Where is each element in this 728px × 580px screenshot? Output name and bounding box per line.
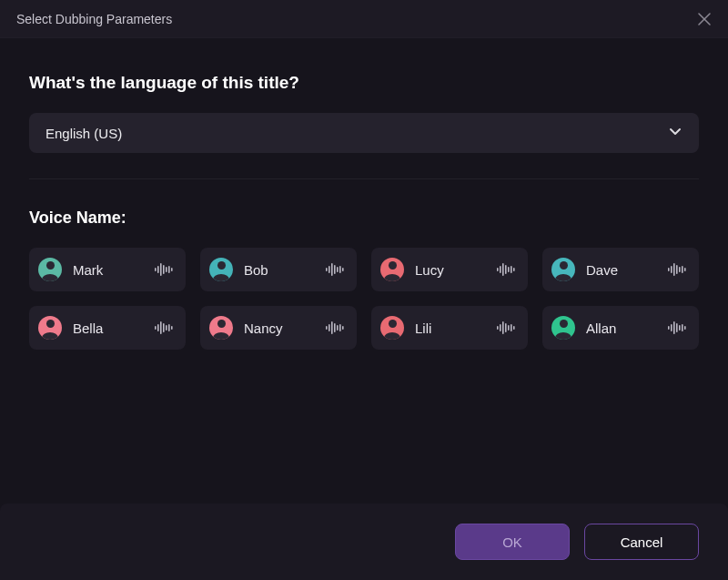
voice-section-label: Voice Name: bbox=[29, 209, 699, 228]
svg-rect-14 bbox=[339, 266, 341, 273]
dialog-title: Select Dubbing Parameters bbox=[16, 12, 172, 26]
svg-rect-21 bbox=[511, 266, 512, 273]
svg-rect-23 bbox=[668, 268, 670, 271]
divider bbox=[29, 178, 699, 179]
svg-rect-7 bbox=[168, 266, 170, 273]
svg-rect-48 bbox=[508, 325, 510, 331]
cancel-button-label: Cancel bbox=[621, 534, 663, 550]
svg-rect-56 bbox=[682, 324, 683, 331]
svg-rect-35 bbox=[168, 324, 170, 331]
svg-rect-36 bbox=[171, 326, 173, 330]
svg-rect-2 bbox=[155, 268, 157, 271]
svg-rect-54 bbox=[676, 323, 678, 332]
svg-rect-4 bbox=[160, 263, 162, 276]
svg-rect-38 bbox=[329, 324, 330, 331]
waveform-icon[interactable] bbox=[155, 263, 173, 276]
waveform-icon[interactable] bbox=[497, 263, 515, 276]
voice-card[interactable]: Allan bbox=[542, 306, 699, 350]
svg-rect-8 bbox=[171, 268, 173, 271]
svg-rect-49 bbox=[511, 324, 512, 331]
svg-rect-39 bbox=[331, 321, 333, 334]
svg-rect-3 bbox=[157, 266, 159, 273]
voice-card[interactable]: Bella bbox=[29, 306, 186, 350]
svg-rect-30 bbox=[155, 326, 157, 330]
avatar bbox=[380, 316, 404, 340]
language-select-value: English (US) bbox=[46, 126, 122, 141]
voice-name-label: Nancy bbox=[244, 321, 326, 336]
svg-rect-53 bbox=[673, 321, 675, 334]
svg-rect-44 bbox=[497, 326, 499, 330]
svg-rect-31 bbox=[157, 324, 159, 331]
avatar bbox=[209, 316, 233, 340]
voice-card[interactable]: Bob bbox=[200, 248, 357, 291]
voice-name-label: Mark bbox=[73, 262, 155, 278]
voice-card[interactable]: Lili bbox=[371, 306, 528, 350]
svg-rect-51 bbox=[668, 326, 670, 330]
svg-rect-10 bbox=[329, 266, 330, 273]
svg-rect-42 bbox=[339, 324, 341, 331]
svg-rect-28 bbox=[682, 266, 683, 273]
svg-rect-41 bbox=[337, 325, 339, 331]
svg-rect-50 bbox=[513, 326, 515, 330]
waveform-icon[interactable] bbox=[326, 263, 344, 276]
chevron-down-icon bbox=[668, 124, 682, 142]
svg-rect-34 bbox=[166, 325, 167, 331]
svg-rect-43 bbox=[342, 326, 344, 330]
svg-rect-15 bbox=[342, 268, 344, 271]
voice-name-label: Lucy bbox=[415, 262, 497, 278]
voice-name-label: Allan bbox=[586, 321, 668, 336]
avatar bbox=[38, 316, 62, 340]
voice-card[interactable]: Nancy bbox=[200, 306, 357, 350]
svg-rect-9 bbox=[326, 268, 328, 271]
titlebar: Select Dubbing Parameters bbox=[0, 0, 728, 38]
svg-rect-29 bbox=[684, 268, 686, 271]
svg-rect-6 bbox=[166, 267, 167, 272]
avatar bbox=[380, 258, 404, 281]
cancel-button[interactable]: Cancel bbox=[584, 524, 699, 560]
waveform-icon[interactable] bbox=[668, 321, 686, 334]
voice-name-label: Dave bbox=[586, 262, 668, 278]
svg-rect-16 bbox=[497, 268, 499, 271]
close-icon[interactable] bbox=[697, 12, 712, 26]
svg-rect-24 bbox=[671, 266, 672, 273]
svg-rect-25 bbox=[673, 263, 675, 276]
svg-rect-33 bbox=[163, 323, 165, 332]
svg-rect-11 bbox=[331, 263, 333, 276]
svg-rect-57 bbox=[684, 326, 686, 330]
svg-rect-32 bbox=[160, 321, 162, 334]
waveform-icon[interactable] bbox=[668, 263, 686, 276]
dialog-footer: OK Cancel bbox=[0, 504, 728, 580]
voice-card[interactable]: Mark bbox=[29, 248, 186, 291]
svg-rect-20 bbox=[508, 267, 510, 272]
svg-rect-17 bbox=[500, 266, 501, 273]
svg-rect-5 bbox=[163, 265, 165, 274]
svg-rect-46 bbox=[502, 321, 504, 334]
avatar bbox=[551, 258, 575, 281]
avatar bbox=[551, 316, 575, 340]
svg-rect-45 bbox=[500, 324, 501, 331]
svg-rect-18 bbox=[502, 263, 504, 276]
svg-rect-37 bbox=[326, 326, 328, 330]
voice-grid: MarkBobLucyDaveBellaNancyLiliAllan bbox=[29, 248, 699, 350]
waveform-icon[interactable] bbox=[497, 321, 515, 334]
ok-button-label: OK bbox=[502, 534, 522, 550]
svg-rect-22 bbox=[513, 268, 515, 271]
ok-button[interactable]: OK bbox=[455, 524, 570, 560]
svg-rect-47 bbox=[505, 323, 507, 332]
dialog-content: What's the language of this title? Engli… bbox=[0, 38, 728, 350]
svg-rect-40 bbox=[334, 323, 336, 332]
voice-name-label: Lili bbox=[415, 321, 497, 336]
svg-rect-52 bbox=[671, 324, 672, 331]
svg-rect-19 bbox=[505, 265, 507, 274]
voice-card[interactable]: Dave bbox=[542, 248, 699, 291]
avatar bbox=[38, 258, 62, 281]
avatar bbox=[209, 258, 233, 281]
language-heading: What's the language of this title? bbox=[29, 73, 699, 93]
waveform-icon[interactable] bbox=[155, 321, 173, 334]
svg-rect-13 bbox=[337, 267, 339, 272]
waveform-icon[interactable] bbox=[326, 321, 344, 334]
svg-rect-26 bbox=[676, 265, 678, 274]
language-select[interactable]: English (US) bbox=[29, 113, 699, 153]
voice-card[interactable]: Lucy bbox=[371, 248, 528, 291]
svg-rect-55 bbox=[679, 325, 681, 331]
